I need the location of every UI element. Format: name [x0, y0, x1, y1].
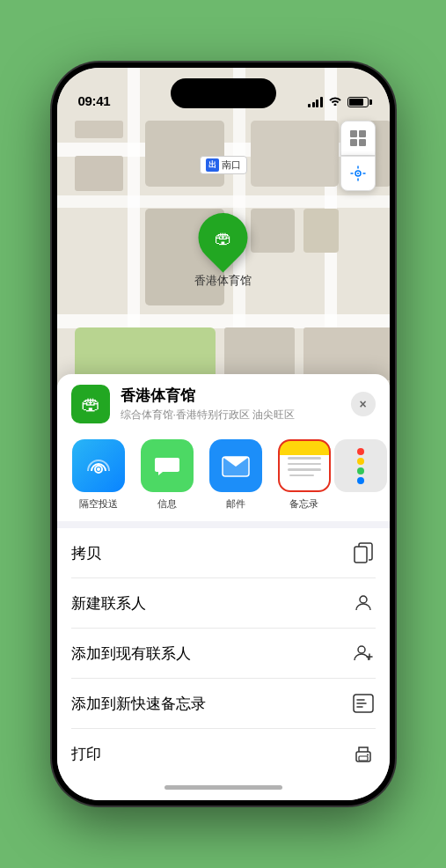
- quick-note-label: 添加到新快速备忘录: [71, 694, 206, 714]
- venue-subtitle: 综合体育馆·香港特别行政区 油尖旺区: [121, 408, 340, 423]
- svg-rect-15: [359, 756, 368, 761]
- new-contact-icon: [351, 591, 376, 615]
- wifi-icon: [328, 95, 342, 108]
- add-existing-label: 添加到现有联系人: [71, 644, 191, 664]
- action-add-existing-contact[interactable]: 添加到现有联系人: [71, 629, 376, 679]
- venue-name: 香港体育馆: [121, 386, 340, 406]
- bottom-sheet: 🏟 香港体育馆 综合体育馆·香港特别行政区 油尖旺区 ×: [57, 374, 390, 800]
- location-button[interactable]: [340, 156, 376, 191]
- dynamic-island: [171, 78, 276, 108]
- add-existing-icon: [351, 641, 376, 666]
- print-label: 打印: [71, 744, 101, 764]
- quick-note-icon: [351, 691, 376, 716]
- copy-label: 拷贝: [71, 543, 101, 563]
- svg-point-11: [360, 596, 367, 603]
- action-quick-note[interactable]: 添加到新快速备忘录: [71, 679, 376, 729]
- svg-point-12: [358, 646, 365, 653]
- notes-icon: [278, 439, 331, 492]
- copy-icon: [351, 541, 376, 565]
- messages-label: 信息: [157, 497, 177, 511]
- share-row: 隔空投送 信息: [57, 432, 390, 521]
- venue-info: 香港体育馆 综合体育馆·香港特别行政区 油尖旺区: [121, 386, 340, 423]
- pin-circle: 🏟: [188, 202, 258, 272]
- close-button[interactable]: ×: [351, 392, 376, 416]
- venue-icon: 🏟: [71, 385, 110, 423]
- battery-icon: [347, 97, 369, 107]
- svg-point-16: [367, 754, 369, 756]
- notes-label: 备忘录: [289, 497, 318, 511]
- mail-label: 邮件: [226, 497, 245, 511]
- map-controls: [340, 121, 376, 191]
- svg-rect-2: [350, 139, 357, 146]
- home-indicator: [165, 785, 282, 790]
- map-exit-label: 出 南口: [200, 156, 247, 174]
- share-item-more[interactable]: [342, 439, 379, 511]
- action-copy[interactable]: 拷贝: [71, 528, 376, 578]
- sheet-header: 🏟 香港体育馆 综合体育馆·香港特别行政区 油尖旺区 ×: [57, 374, 390, 432]
- map-type-button[interactable]: [340, 121, 376, 156]
- share-item-notes[interactable]: 备忘录: [274, 439, 335, 511]
- share-item-airdrop[interactable]: 隔空投送: [68, 439, 129, 511]
- svg-rect-3: [359, 139, 366, 146]
- action-list: 拷贝 新建联系人: [57, 528, 390, 778]
- exit-badge: 出: [206, 158, 219, 172]
- status-time: 09:41: [78, 93, 111, 108]
- messages-icon: [141, 439, 194, 492]
- svg-point-7: [97, 467, 100, 471]
- action-print[interactable]: 打印: [71, 729, 376, 778]
- signal-bars-icon: [308, 97, 323, 107]
- svg-rect-1: [359, 130, 366, 137]
- status-icons: [308, 95, 369, 108]
- new-contact-label: 新建联系人: [71, 593, 146, 614]
- more-icon: [334, 439, 387, 492]
- svg-rect-10: [355, 547, 367, 563]
- venue-pin: 🏟 香港体育馆: [194, 213, 252, 289]
- sheet-divider: [57, 521, 390, 528]
- share-item-mail[interactable]: 邮件: [205, 439, 267, 511]
- share-item-messages[interactable]: 信息: [136, 439, 198, 511]
- phone-screen: 09:41: [57, 68, 390, 800]
- airdrop-icon: [72, 439, 125, 492]
- action-new-contact[interactable]: 新建联系人: [71, 578, 376, 629]
- phone-frame: 09:41: [52, 63, 395, 805]
- svg-rect-0: [350, 130, 357, 137]
- print-icon: [351, 741, 376, 766]
- airdrop-label: 隔空投送: [79, 497, 118, 511]
- pin-label: 香港体育馆: [194, 273, 252, 289]
- exit-name: 南口: [222, 158, 241, 172]
- svg-point-5: [357, 173, 359, 174]
- venue-emoji: 🏟: [81, 393, 100, 416]
- mail-icon: [209, 439, 262, 492]
- stadium-icon: 🏟: [215, 228, 232, 248]
